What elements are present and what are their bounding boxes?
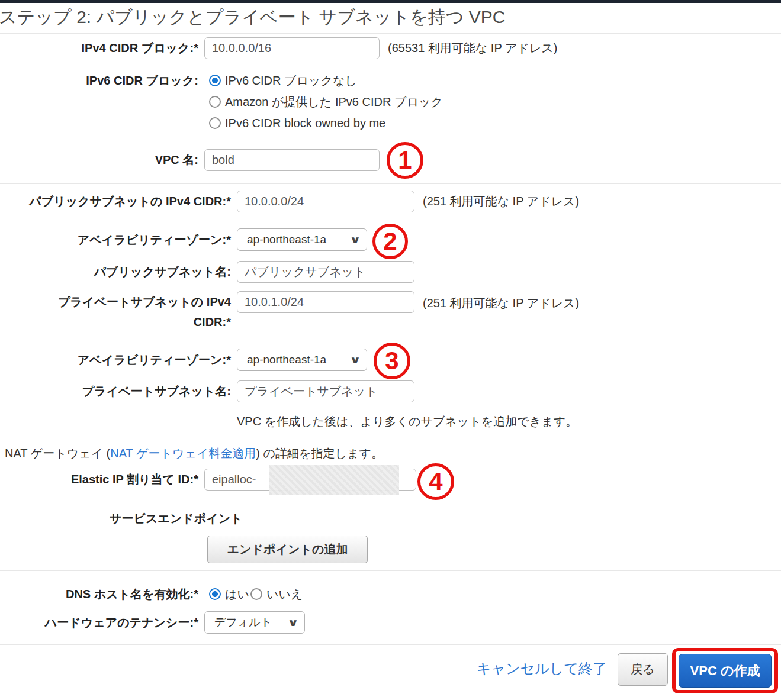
ipv4-cidr-hint: (65531 利用可能な IP アドレス) [388, 40, 557, 56]
tenancy-row: ハードウェアのテナンシー:* デフォルト ∨ [0, 611, 305, 634]
dns-yes-option[interactable]: はい [209, 583, 250, 605]
radio-icon[interactable] [209, 96, 221, 108]
radio-label: IPv6 CIDR block owned by me [225, 117, 385, 130]
vpc-name-label: VPC 名: [0, 152, 198, 168]
annotation-circle-1: 1 [387, 142, 423, 179]
chevron-down-icon: ∨ [287, 617, 298, 629]
top-window-edge [0, 0, 781, 3]
tenancy-label: ハードウェアのテナンシー:* [0, 615, 198, 631]
nat-pricing-link[interactable]: NAT ゲートウェイ料金適用 [110, 447, 256, 460]
subnet-note: VPC を作成した後は、より多くのサブネットを追加できます。 [237, 414, 577, 430]
private-az-value: ap-northeast-1a [247, 353, 326, 366]
annotation-circle-4: 4 [417, 463, 454, 500]
ipv4-cidr-label: IPv4 CIDR ブロック:* [0, 40, 198, 56]
private-name-input[interactable] [237, 380, 414, 402]
private-cidr-label-line1: プライベートサブネットの IPv4 [0, 294, 231, 310]
nat-text-after: ) の詳細を指定します。 [256, 447, 383, 460]
nat-gateway-text: NAT ゲートウェイ (NAT ゲートウェイ料金適用) の詳細を指定します。 [5, 446, 383, 462]
public-cidr-row: パブリックサブネットの IPv4 CIDR:* (251 利用可能な IP アド… [0, 191, 579, 212]
private-cidr-input[interactable] [237, 291, 414, 313]
ipv6-cidr-options: IPv6 CIDR ブロックなし Amazon が提供した IPv6 CIDR … [209, 70, 444, 134]
private-cidr-label-line2: CIDR:* [0, 310, 231, 334]
divider [0, 501, 781, 501]
public-cidr-input[interactable] [237, 191, 414, 212]
tenancy-value: デフォルト [214, 615, 272, 630]
dns-no-option[interactable]: いいえ [250, 583, 304, 605]
radio-label: はい [225, 586, 249, 602]
create-vpc-button[interactable]: VPC の作成 [679, 654, 772, 688]
tenancy-select[interactable]: デフォルト ∨ [204, 611, 305, 634]
divider [0, 570, 781, 571]
ipv4-cidr-input[interactable] [204, 37, 380, 59]
annotation-circle-2: 2 [372, 224, 408, 259]
public-cidr-label: パブリックサブネットの IPv4 CIDR:* [0, 193, 231, 209]
redacted-value-overlay [269, 465, 399, 495]
ipv6-owned-option[interactable]: IPv6 CIDR block owned by me [209, 112, 444, 134]
radio-label: Amazon が提供した IPv6 CIDR ブロック [225, 94, 443, 110]
service-endpoint-label: サービスエンドポイント [110, 511, 243, 527]
ipv6-amazon-option[interactable]: Amazon が提供した IPv6 CIDR ブロック [209, 91, 444, 112]
public-name-label: パブリックサブネット名: [0, 264, 231, 280]
public-az-select[interactable]: ap-northeast-1a ∨ [237, 228, 367, 251]
ipv4-cidr-row: IPv4 CIDR ブロック:* (65531 利用可能な IP アドレス) [0, 37, 557, 59]
radio-icon[interactable] [250, 588, 262, 600]
public-cidr-hint: (251 利用可能な IP アドレス) [423, 193, 579, 209]
divider [0, 644, 781, 645]
dns-hostnames-row: DNS ホスト名を有効化:* はい いいえ [0, 583, 304, 605]
private-cidr-label: プライベートサブネットの IPv4 CIDR:* [0, 291, 231, 334]
add-endpoint-button[interactable]: エンドポイントの追加 [207, 536, 368, 563]
public-name-input[interactable] [237, 261, 414, 283]
divider [0, 33, 781, 34]
chevron-down-icon: ∨ [349, 234, 361, 246]
radio-label: いいえ [266, 586, 303, 602]
dns-hostnames-label: DNS ホスト名を有効化:* [0, 586, 198, 602]
vpc-name-input[interactable] [204, 149, 380, 171]
private-az-label: アベイラビリティーゾーン:* [0, 352, 231, 368]
private-name-row: プライベートサブネット名: [0, 380, 414, 402]
radio-icon[interactable] [209, 117, 221, 129]
public-name-row: パブリックサブネット名: [0, 261, 414, 283]
vpc-wizard-step2-page: ステップ 2: パブリックとプライベート サブネットを持つ VPC IPv4 C… [0, 0, 781, 700]
divider [0, 183, 781, 184]
annotation-circle-3: 3 [374, 343, 410, 379]
private-cidr-row: プライベートサブネットの IPv4 CIDR:* (251 利用可能な IP ア… [0, 291, 579, 334]
public-az-row: アベイラビリティーゾーン:* ap-northeast-1a ∨ [0, 228, 367, 251]
cancel-and-exit-link[interactable]: キャンセルして終了 [477, 659, 607, 678]
private-az-select[interactable]: ap-northeast-1a ∨ [237, 349, 367, 371]
public-az-value: ap-northeast-1a [247, 233, 326, 246]
ipv6-cidr-label: IPv6 CIDR ブロック: [0, 70, 198, 89]
radio-label: IPv6 CIDR ブロックなし [225, 73, 357, 89]
ipv6-none-option[interactable]: IPv6 CIDR ブロックなし [209, 70, 444, 91]
private-az-row: アベイラビリティーゾーン:* ap-northeast-1a ∨ [0, 349, 367, 371]
annotation-highlight-frame: VPC の作成 [672, 648, 778, 693]
page-title: ステップ 2: パブリックとプライベート サブネットを持つ VPC [0, 5, 506, 30]
public-az-label: アベイラビリティーゾーン:* [0, 232, 231, 248]
private-name-label: プライベートサブネット名: [0, 383, 231, 399]
radio-icon[interactable] [209, 588, 221, 600]
ipv6-cidr-row: IPv6 CIDR ブロック: IPv6 CIDR ブロックなし Amazon … [0, 70, 444, 134]
private-cidr-hint: (251 利用可能な IP アドレス) [423, 291, 579, 311]
divider [0, 438, 781, 438]
nat-text-before: NAT ゲートウェイ ( [5, 447, 110, 460]
back-button[interactable]: 戻る [618, 653, 668, 686]
radio-icon[interactable] [209, 75, 221, 86]
vpc-name-row: VPC 名: [0, 149, 380, 171]
chevron-down-icon: ∨ [349, 354, 361, 366]
elastic-ip-label: Elastic IP 割り当て ID:* [0, 472, 198, 488]
